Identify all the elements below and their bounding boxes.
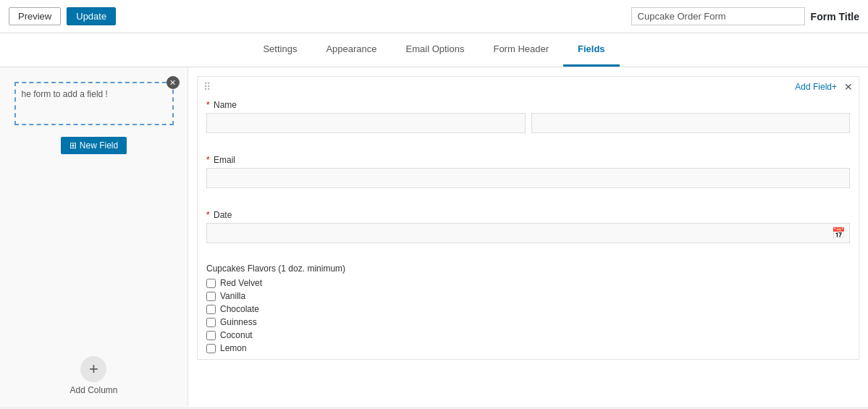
email-required-marker: * [206,155,210,165]
checkbox-label-coconut: Coconut [220,330,253,340]
checkbox-item-chocolate: Chocolate [206,304,850,314]
tab-appearance[interactable]: Appearance [311,33,391,67]
sidebar: ✕ he form to add a field ! ⊞ New Field +… [0,67,188,407]
form-title-label: Form Title [811,11,859,22]
date-field-group: * Date 📅 [198,206,859,252]
new-field-grid-icon: ⊞ [69,140,77,151]
checkbox-guinness[interactable] [206,318,216,327]
name-last-input[interactable] [531,113,851,133]
update-button[interactable]: Update [67,7,116,25]
close-field-button[interactable]: ✕ [844,81,853,93]
nav-tabs: Settings Appearance Email Options Form H… [0,33,868,67]
field-header: ⠿ Add Field+ ✕ [198,77,859,96]
add-column-area[interactable]: + Add Column [69,356,117,395]
toolbar-left: Preview Update [9,7,116,25]
tab-email-options[interactable]: Email Options [392,33,479,67]
drop-zone: ✕ he form to add a field ! [14,82,174,125]
toolbar: Preview Update Form Title [0,0,868,33]
name-field-group: * Name [198,96,859,142]
email-input[interactable] [206,168,850,188]
form-title-input[interactable] [631,7,805,25]
drag-handle-icon[interactable]: ⠿ [203,81,211,93]
checkbox-label-guinness: Guinness [220,317,257,327]
cupcake-flavors-label: Cupcakes Flavors (1 doz. minimum) [206,263,850,274]
checkbox-label-lemon: Lemon [220,343,247,353]
checkbox-item-red-velvet: Red Velvet [206,278,850,288]
checkbox-label-red-velvet: Red Velvet [220,278,262,288]
checkbox-item-lemon: Lemon [206,343,850,353]
checkbox-vanilla[interactable] [206,292,216,301]
add-column-button[interactable]: + [80,356,106,382]
field-container: ⠿ Add Field+ ✕ * Name [197,76,859,360]
name-required-marker: * [206,100,210,110]
main-area: ✕ he form to add a field ! ⊞ New Field +… [0,67,868,407]
add-column-label: Add Column [69,385,117,395]
checkbox-item-guinness: Guinness [206,317,850,327]
date-input[interactable] [206,223,850,243]
checkbox-coconut[interactable] [206,331,216,340]
name-field-label: * Name [206,100,850,110]
checkbox-label-chocolate: Chocolate [220,304,259,314]
name-first-input[interactable] [206,113,526,133]
new-field-button[interactable]: ⊞ New Field [61,137,127,154]
form-area: ⠿ Add Field+ ✕ * Name [188,67,868,407]
preview-button[interactable]: Preview [9,7,61,25]
email-field-label: * Email [206,155,850,165]
drop-zone-close[interactable]: ✕ [167,76,180,89]
add-field-link[interactable]: Add Field+ [795,82,837,92]
date-field-label: * Date [206,210,850,220]
checkbox-lemon[interactable] [206,344,216,353]
toolbar-right: Form Title [631,7,859,25]
checkbox-red-velvet[interactable] [206,279,216,288]
tab-fields[interactable]: Fields [563,33,620,67]
email-field-group: * Email [198,151,859,197]
checkbox-label-vanilla: Vanilla [220,291,245,301]
checkbox-item-coconut: Coconut [206,330,850,340]
date-input-wrap: 📅 [206,223,850,243]
tab-form-header[interactable]: Form Header [479,33,563,67]
drop-zone-text: he form to add a field ! [22,89,108,99]
checkbox-item-vanilla: Vanilla [206,291,850,301]
name-field-row [206,113,850,133]
date-required-marker: * [206,210,210,220]
cupcake-flavors-group: Cupcakes Flavors (1 doz. minimum) Red Ve… [198,261,859,359]
new-field-label: New Field [80,140,118,151]
checkbox-chocolate[interactable] [206,305,216,314]
tab-settings[interactable]: Settings [248,33,311,67]
